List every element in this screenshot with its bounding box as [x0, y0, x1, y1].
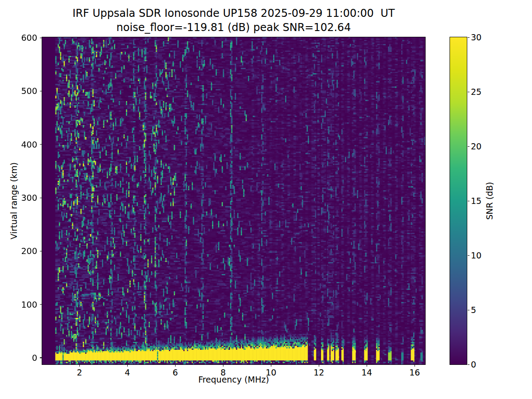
ionogram-heatmap: [42, 37, 425, 364]
colorbar-tick-label: 0: [471, 360, 476, 369]
x-tick-mark: [367, 365, 367, 367]
colorbar-tick-mark: [468, 146, 469, 147]
y-tick-mark: [40, 91, 42, 91]
y-tick-label: 100: [11, 300, 37, 309]
y-tick-mark: [40, 357, 42, 358]
y-tick-label: 200: [11, 246, 37, 256]
y-tick-mark: [40, 38, 42, 38]
x-tick-mark: [79, 365, 80, 367]
colorbar-tick-mark: [468, 364, 469, 365]
chart-title: IRF Uppsala SDR Ionosonde UP158 2025-09-…: [73, 7, 395, 20]
colorbar-tick-label: 30: [471, 32, 481, 42]
colorbar-tick-label: 25: [471, 87, 481, 97]
x-tick-label: 8: [220, 368, 226, 377]
colorbar-tick-mark: [468, 255, 469, 256]
x-tick-label: 4: [125, 368, 130, 377]
x-tick-label: 12: [313, 368, 324, 377]
x-tick-mark: [127, 365, 128, 367]
x-tick-label: 2: [77, 368, 82, 377]
colorbar-tick-label: 5: [471, 305, 476, 315]
x-tick-mark: [223, 365, 223, 367]
x-tick-label: 10: [266, 368, 276, 377]
colorbar-tick-mark: [468, 201, 469, 201]
y-tick-mark: [40, 251, 42, 251]
colorbar-tick-mark: [468, 310, 469, 310]
x-tick-mark: [415, 365, 415, 367]
y-tick-mark: [40, 198, 42, 198]
x-tick-mark: [271, 365, 271, 367]
y-tick-mark: [40, 144, 42, 145]
x-tick-label: 14: [361, 368, 372, 377]
y-tick-mark: [40, 304, 42, 305]
colorbar-tick-mark: [468, 37, 469, 38]
chart-subtitle: noise_floor=-119.81 (dB) peak SNR=102.64: [117, 21, 351, 34]
ionogram-figure: IRF Uppsala SDR Ionosonde UP158 2025-09-…: [0, 0, 532, 399]
colorbar-gradient: [450, 37, 467, 364]
colorbar-tick-mark: [468, 92, 469, 92]
y-tick-label: 300: [11, 193, 37, 203]
x-tick-label: 16: [409, 368, 420, 377]
colorbar: [450, 37, 467, 364]
colorbar-tick-label: 20: [471, 141, 481, 151]
x-tick-label: 6: [172, 368, 178, 377]
colorbar-tick-label: 15: [471, 196, 481, 206]
y-tick-label: 400: [11, 140, 37, 149]
y-tick-label: 600: [11, 33, 37, 43]
x-axis-label: Frequency (MHz): [198, 375, 269, 384]
y-tick-label: 0: [11, 353, 37, 363]
colorbar-tick-label: 10: [471, 250, 481, 260]
colorbar-label: SNR (dB): [485, 182, 494, 219]
y-tick-label: 500: [11, 86, 37, 96]
x-tick-mark: [319, 365, 319, 367]
x-tick-mark: [175, 365, 176, 367]
